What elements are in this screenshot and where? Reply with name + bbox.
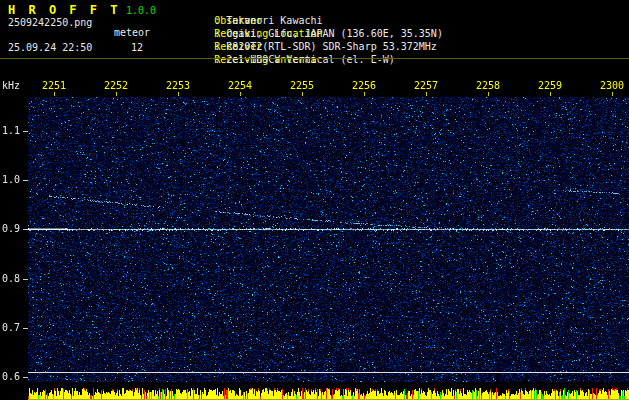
x-axis-tick-label: 2300 [596, 80, 628, 91]
y-axis-tick-label: 0.6 [2, 371, 20, 382]
info-value: : Ogaki, Gifu, JAPAN (136.60E, 35.35N) [214, 28, 443, 39]
x-axis-tick-label: 2252 [100, 80, 132, 91]
x-axis-tick [54, 92, 55, 96]
header: H R O F F T 1.0.0 2509242250.png meteor … [0, 0, 629, 60]
x-axis-tick-label: 2256 [348, 80, 380, 91]
x-axis-tick [550, 92, 551, 96]
app-title: H R O F F T [8, 3, 120, 17]
x-axis-tick [240, 92, 241, 96]
x-axis-tick [302, 92, 303, 96]
y-axis-tick-label: 0.9 [2, 223, 20, 234]
x-axis-tick [178, 92, 179, 96]
x-axis-tick-label: 2254 [224, 80, 256, 91]
meteor-count: 12 [131, 42, 143, 53]
x-axis-tick [426, 92, 427, 96]
y-axis-unit-label: kHz [2, 80, 20, 91]
level-meter-canvas [28, 384, 629, 400]
x-axis-tick-label: 2259 [534, 80, 566, 91]
y-axis-tick-label: 1.1 [2, 125, 20, 136]
x-axis-tick-label: 2255 [286, 80, 318, 91]
x-axis-tick-label: 2257 [410, 80, 442, 91]
x-axis-tick [612, 92, 613, 96]
y-axis-tick-label: 0.8 [2, 273, 20, 284]
x-axis-tick [364, 92, 365, 96]
spectrogram-canvas [28, 97, 629, 382]
x-axis-tick [488, 92, 489, 96]
x-axis-tick-label: 2258 [472, 80, 504, 91]
info-value: : 2el-HB9CV Vertical (el. E-W) [214, 54, 395, 65]
x-axis-tick-label: 2253 [162, 80, 194, 91]
app-version: 1.0.0 [126, 5, 156, 16]
output-filename: 2509242250.png [8, 17, 92, 28]
y-axis-tick-label: 0.7 [2, 322, 20, 333]
x-axis-tick-label: 2251 [38, 80, 70, 91]
info-row-antenna: Receiving antenna: 2el-HB9CV Vertical (e… [178, 43, 214, 76]
datetime-label: 25.09.24 22:50 [8, 42, 92, 53]
y-axis-tick-label: 1.0 [2, 174, 20, 185]
mode-label: meteor [114, 27, 150, 38]
header-separator [0, 58, 629, 59]
hrofft-window: H R O F F T 1.0.0 2509242250.png meteor … [0, 0, 629, 400]
x-axis-tick [116, 92, 117, 96]
info-value: : R820T2(RTL-SDR) SDR-Sharp 53.372MHz [214, 41, 437, 52]
info-value: : Takanori Kawachi [214, 15, 322, 26]
